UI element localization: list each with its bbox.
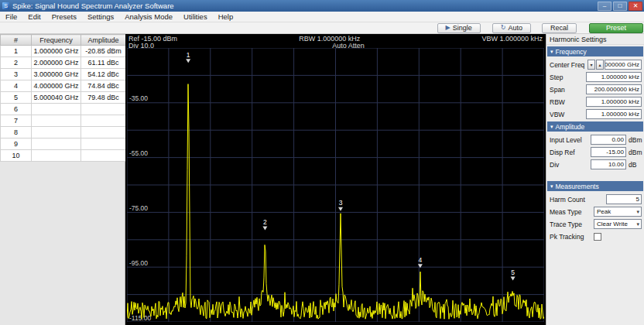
span-row: Span 200.000000 kHz <box>546 84 644 95</box>
menu-item-settings[interactable]: Settings <box>82 12 119 22</box>
title-bar[interactable]: S Spike: Signal Hound Spectrum Analyzer … <box>0 0 644 12</box>
harm-count-row: Harm Count 5 <box>546 193 644 205</box>
column-header-amplitude: Amplitude <box>81 35 126 46</box>
center-freq-row: Center Freq ▾ ▴ 1.000000 GHz <box>546 59 644 70</box>
harmonic-settings-panel: Harmonic Settings ▾ Frequency Center Fre… <box>546 34 644 325</box>
input-level-unit: dBm <box>626 136 642 144</box>
main-content: # Frequency Amplitude 11.000000 GHz-20.8… <box>0 34 644 325</box>
column-header-index: # <box>1 35 32 46</box>
disp-ref-unit: dBm <box>626 149 642 156</box>
single-sweep-icon: ▶ <box>446 25 450 31</box>
pk-tracking-checkbox[interactable] <box>594 233 601 241</box>
table-cell <box>32 139 81 150</box>
auto-sweep-button[interactable]: ↻ Auto <box>492 23 531 33</box>
input-level-field[interactable]: 0.00 <box>591 135 626 145</box>
step-label: Step <box>550 74 586 81</box>
table-cell <box>32 104 81 115</box>
vbw-label: VBW <box>550 111 586 118</box>
frequency-collapse-icon: ▾ <box>550 49 553 54</box>
close-button[interactable]: ✕ <box>629 2 642 11</box>
table-cell: 1 <box>1 46 32 57</box>
pk-tracking-label: Pk Tracking <box>550 233 594 241</box>
window-controls: – □ ✕ <box>598 2 642 11</box>
div-label: Div <box>550 161 591 169</box>
frequency-section-header[interactable]: ▾ Frequency <box>547 46 643 56</box>
y-axis-tick-label: -55.00 <box>129 149 148 157</box>
peak-marker-number: 4 <box>419 256 423 264</box>
center-freq-step-up-button[interactable]: ▴ <box>596 60 604 70</box>
table-cell <box>32 150 81 162</box>
peak-marker-number: 2 <box>263 218 267 226</box>
table-cell: 9 <box>1 139 32 150</box>
table-row: 8 <box>1 127 126 139</box>
menu-item-presets[interactable]: Presets <box>46 12 82 22</box>
table-cell <box>81 127 126 139</box>
y-axis-tick-label: -75.00 <box>129 204 148 212</box>
menu-item-utilities[interactable]: Utilities <box>178 12 213 22</box>
input-level-row: Input Level 0.00 dBm <box>546 134 644 145</box>
toolbar: ▶ Single ↻ Auto Recal Preset <box>0 22 644 34</box>
table-cell: 4.000000 GHz <box>32 80 81 92</box>
rbw-field[interactable]: 1.000000 kHz <box>586 97 642 107</box>
menu-item-file[interactable]: File <box>0 12 22 22</box>
measurements-section-header[interactable]: ▾ Measurements <box>547 181 643 191</box>
meas-type-dropdown-icon: ▾ <box>636 209 639 215</box>
trace-type-dropdown-icon: ▾ <box>636 221 639 228</box>
disp-ref-field[interactable]: -15.00 <box>591 147 626 157</box>
input-level-label: Input Level <box>550 136 591 144</box>
recal-button[interactable]: Recal <box>542 23 577 33</box>
harm-count-field[interactable]: 5 <box>606 194 642 204</box>
table-cell <box>81 115 126 127</box>
maximize-button[interactable]: □ <box>613 2 627 11</box>
menu-bar: FileEditPresetsSettingsAnalysis ModeUtil… <box>0 12 644 22</box>
minimize-button[interactable]: – <box>598 2 611 11</box>
table-row: 7 <box>1 115 126 127</box>
table-cell: 10 <box>1 150 32 162</box>
amplitude-section-header[interactable]: ▾ Amplitude <box>547 121 643 132</box>
center-freq-step-down-button[interactable]: ▾ <box>587 60 595 70</box>
trace-type-dropdown[interactable]: Clear Write ▾ <box>594 219 642 229</box>
step-field[interactable]: 1.000000 kHz <box>586 72 642 82</box>
table-cell: 79.48 dBc <box>81 92 126 104</box>
table-cell <box>81 104 126 115</box>
center-freq-label: Center Freq <box>550 61 587 69</box>
table-cell: 3.000000 GHz <box>32 69 81 80</box>
table-cell: 8 <box>1 127 32 139</box>
menu-item-analysis-mode[interactable]: Analysis Mode <box>119 12 178 22</box>
menu-item-help[interactable]: Help <box>213 12 239 22</box>
rbw-label: RBW <box>550 98 586 106</box>
spectrum-display: Ref -15.00 dBm RBW 1.000000 kHz VBW 1.00… <box>125 34 546 325</box>
menu-item-edit[interactable]: Edit <box>22 12 46 22</box>
harm-count-label: Harm Count <box>550 196 606 204</box>
panel-title: Harmonic Settings <box>546 34 644 45</box>
span-field[interactable]: 200.000000 kHz <box>586 84 642 94</box>
amplitude-section-label: Amplitude <box>556 123 585 131</box>
recal-label: Recal <box>550 24 568 32</box>
trace-type-value: Clear Write <box>597 221 628 228</box>
div-field[interactable]: 10.00 <box>591 159 626 169</box>
spectrum-plot[interactable]: -35.00-55.00-75.00-95.00-115.0012345 <box>127 48 544 322</box>
table-cell: 2 <box>1 57 32 69</box>
meas-type-label: Meas Type <box>550 208 594 216</box>
single-sweep-label: Single <box>453 24 472 32</box>
center-freq-field[interactable]: 1.000000 GHz <box>605 60 642 70</box>
table-cell <box>81 139 126 150</box>
table-row: 11.000000 GHz-20.85 dBm <box>1 46 126 57</box>
meas-type-dropdown[interactable]: Peak ▾ <box>594 207 642 217</box>
vbw-row: VBW 1.000000 kHz <box>546 108 644 120</box>
span-label: Span <box>550 86 586 94</box>
table-cell: 5 <box>1 92 32 104</box>
vbw-readout: VBW 1.000000 kHz <box>481 36 543 43</box>
vbw-field[interactable]: 1.000000 kHz <box>586 109 642 119</box>
trace-type-row: Trace Type Clear Write ▾ <box>546 218 644 230</box>
app-icon: S <box>2 2 9 9</box>
table-row: 10 <box>1 150 126 162</box>
preset-button[interactable]: Preset <box>589 23 643 33</box>
single-sweep-button[interactable]: ▶ Single <box>437 23 481 33</box>
table-cell <box>32 115 81 127</box>
window-title: Spike: Signal Hound Spectrum Analyzer So… <box>12 2 174 10</box>
disp-ref-label: Disp Ref <box>550 149 591 156</box>
peak-marker-number: 3 <box>339 199 343 207</box>
pk-tracking-row: Pk Tracking <box>546 231 644 242</box>
table-row: 55.000040 GHz79.48 dBc <box>1 92 126 104</box>
